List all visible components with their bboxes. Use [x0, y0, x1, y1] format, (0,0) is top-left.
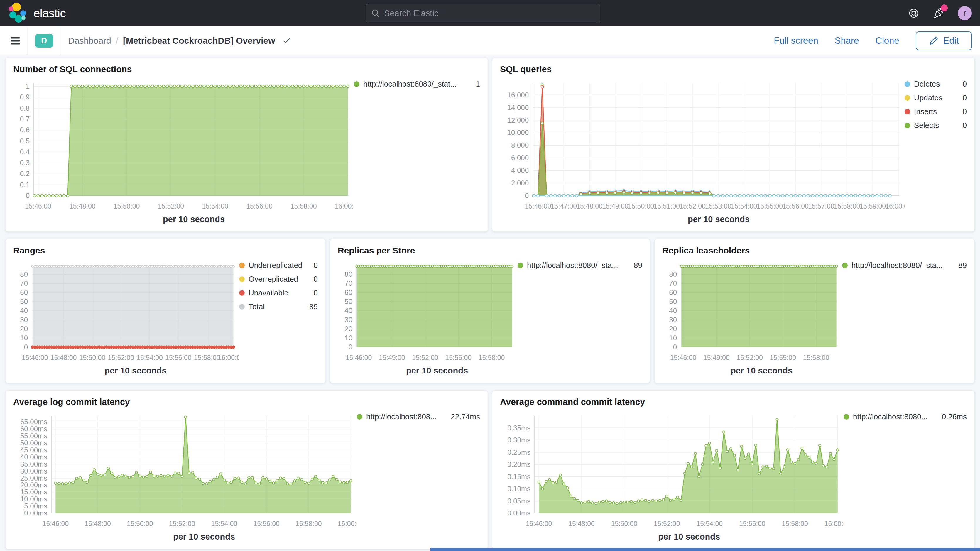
- x-axis-title: per 10 seconds: [13, 532, 357, 545]
- panel-title: SQL queries: [500, 64, 967, 74]
- title-check-icon[interactable]: [283, 38, 291, 44]
- x-axis-title: per 10 seconds: [662, 366, 842, 379]
- legend-item[interactable]: Total89: [239, 302, 318, 311]
- horizontal-scrollbar[interactable]: [430, 548, 980, 551]
- svg-text:50: 50: [344, 298, 352, 306]
- svg-text:15:46:00: 15:46:00: [526, 520, 552, 527]
- page-title: [Metricbeat CockroachDB] Overview: [123, 36, 275, 46]
- legend-dot-icon: [517, 263, 523, 268]
- svg-text:70: 70: [669, 279, 677, 287]
- chart-legend: Deletes0Updates0Inserts0Selects0: [905, 75, 967, 228]
- svg-text:0.25ms: 0.25ms: [508, 448, 530, 456]
- legend-item[interactable]: http://localhost:8080...0.26ms: [843, 412, 967, 421]
- svg-text:15:54:00: 15:54:00: [211, 520, 238, 527]
- svg-text:15:54:00: 15:54:00: [731, 202, 757, 210]
- svg-text:15:46:00: 15:46:00: [43, 520, 69, 527]
- chart-replicas-per-store[interactable]: 0102030405060708015:46:0015:49:0015:52:0…: [338, 257, 517, 366]
- nav-right: r: [907, 6, 980, 20]
- svg-text:15:48:00: 15:48:00: [568, 520, 595, 527]
- panel-replica-leaseholders: Replica leaseholders 0102030405060708015…: [654, 239, 975, 383]
- svg-text:15:52:00: 15:52:00: [737, 354, 763, 361]
- legend-item[interactable]: Selects0: [905, 121, 967, 130]
- x-axis-title: per 10 seconds: [13, 215, 354, 228]
- svg-text:15:55:00: 15:55:00: [757, 202, 783, 210]
- svg-text:40.00ms: 40.00ms: [20, 453, 47, 461]
- legend-item[interactable]: Unavailable0: [239, 288, 318, 298]
- svg-text:80: 80: [20, 270, 28, 278]
- svg-text:4,000: 4,000: [511, 166, 529, 174]
- panel-ranges: Ranges 0102030405060708015:46:0015:48:00…: [5, 239, 326, 383]
- legend-dot-icon: [905, 81, 910, 87]
- svg-text:60.00ms: 60.00ms: [20, 425, 47, 433]
- svg-text:10: 10: [344, 334, 352, 342]
- legend-item[interactable]: http://localhost:8080/_sta...89: [842, 261, 967, 270]
- legend-item[interactable]: http://localhost:808...22.74ms: [357, 412, 480, 421]
- legend-item[interactable]: http://localhost:8080/_stat...1: [354, 80, 480, 89]
- elastic-logo[interactable]: elastic: [0, 2, 66, 24]
- full-screen-button[interactable]: Full screen: [774, 35, 818, 46]
- svg-text:25.00ms: 25.00ms: [20, 474, 47, 482]
- menu-button[interactable]: [8, 26, 27, 55]
- breadcrumb-dashboard[interactable]: Dashboard: [68, 36, 111, 46]
- chart-average-command-commit-latency[interactable]: 0.00ms0.05ms0.10ms0.15ms0.20ms0.25ms0.30…: [500, 408, 843, 532]
- svg-text:15:50:00: 15:50:00: [79, 354, 106, 361]
- legend-label: Updates: [914, 93, 942, 102]
- svg-text:0.35ms: 0.35ms: [508, 424, 530, 432]
- chart-ranges[interactable]: 0102030405060708015:46:0015:48:0015:50:0…: [13, 257, 239, 366]
- chart-legend: http://localhost:8080/_sta...89: [842, 257, 967, 379]
- svg-text:30: 30: [669, 316, 677, 323]
- global-search[interactable]: [366, 4, 600, 22]
- svg-text:0.00ms: 0.00ms: [24, 509, 47, 517]
- chart-replica-leaseholders[interactable]: 0102030405060708015:46:0015:49:0015:52:0…: [662, 257, 842, 366]
- svg-text:40: 40: [344, 307, 352, 315]
- svg-text:15:56:00: 15:56:00: [246, 202, 272, 210]
- top-nav: elastic r: [0, 0, 980, 26]
- svg-text:16:00:00: 16:00:00: [338, 520, 357, 527]
- svg-text:20: 20: [669, 325, 677, 333]
- legend-label: http://localhost:8080/_sta...: [851, 261, 943, 270]
- search-input[interactable]: [366, 4, 600, 22]
- svg-text:50: 50: [669, 298, 677, 306]
- legend-item[interactable]: Updates0: [905, 93, 967, 102]
- chart-average-log-commit-latency[interactable]: 0.00ms5.00ms10.00ms15.00ms20.00ms25.00ms…: [13, 408, 357, 532]
- svg-text:0: 0: [348, 343, 352, 351]
- user-avatar[interactable]: r: [958, 6, 972, 20]
- chart-legend: http://localhost:808...22.74ms: [357, 408, 480, 545]
- panel-title: Average command commit latency: [500, 397, 967, 407]
- legend-item[interactable]: Underreplicated0: [239, 261, 318, 270]
- hamburger-icon: [10, 35, 21, 46]
- help-button[interactable]: [907, 7, 920, 20]
- legend-value: 0: [311, 288, 318, 298]
- legend-item[interactable]: Overreplicated0: [239, 275, 318, 284]
- legend-dot-icon: [843, 414, 849, 420]
- svg-text:30: 30: [20, 316, 28, 323]
- chart-sql-queries[interactable]: 02,0004,0006,0008,00010,00012,00014,0001…: [500, 75, 905, 215]
- svg-text:15:52:00: 15:52:00: [679, 202, 706, 210]
- clone-button[interactable]: Clone: [875, 35, 899, 46]
- svg-text:15:54:00: 15:54:00: [697, 520, 723, 527]
- newsfeed-button[interactable]: [932, 7, 945, 20]
- legend-label: Selects: [914, 121, 939, 130]
- share-button[interactable]: Share: [835, 35, 859, 46]
- chart-number-of-sql-connections[interactable]: 00.10.20.30.40.50.60.70.80.9115:46:0015:…: [13, 75, 354, 215]
- panel-average-command-commit-latency: Average command commit latency 0.00ms0.0…: [492, 390, 975, 549]
- legend-item[interactable]: Deletes0: [905, 80, 967, 89]
- svg-text:16:00:00: 16:00:00: [218, 354, 239, 361]
- svg-text:2,000: 2,000: [511, 179, 529, 187]
- svg-text:8,000: 8,000: [511, 141, 529, 149]
- panel-title: Average log commit latency: [13, 397, 480, 407]
- space-badge[interactable]: D: [35, 34, 53, 48]
- svg-text:0.30ms: 0.30ms: [508, 436, 530, 444]
- legend-item[interactable]: Inserts0: [905, 107, 967, 116]
- panel-sql-queries: SQL queries 02,0004,0006,0008,00010,0001…: [492, 57, 975, 232]
- svg-text:15:54:00: 15:54:00: [202, 202, 228, 210]
- svg-text:70: 70: [20, 279, 28, 287]
- x-axis-title: per 10 seconds: [500, 215, 905, 228]
- svg-text:15:51:00: 15:51:00: [654, 202, 680, 210]
- legend-value: 0.26ms: [940, 412, 967, 421]
- edit-button[interactable]: Edit: [916, 32, 972, 50]
- svg-text:0.9: 0.9: [20, 93, 30, 101]
- legend-item[interactable]: http://localhost:8080/_sta...89: [517, 261, 642, 270]
- svg-text:0.20ms: 0.20ms: [508, 460, 530, 468]
- elastic-logo-icon: [8, 2, 29, 24]
